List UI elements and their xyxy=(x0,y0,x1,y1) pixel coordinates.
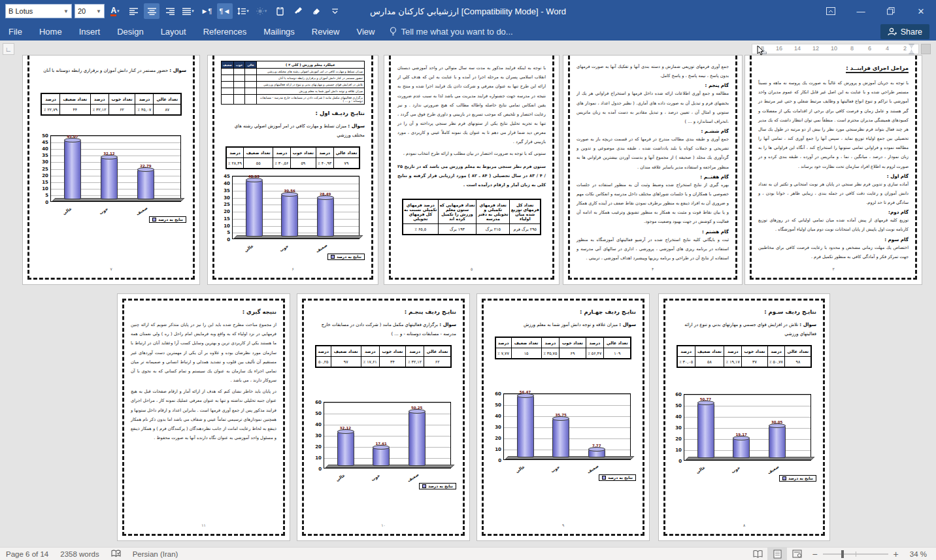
zoom-out-button[interactable]: − xyxy=(812,549,817,559)
shading-icon[interactable] xyxy=(254,3,269,19)
share-person-icon xyxy=(888,27,897,36)
document-page-3[interactable]: مراحل اجراي فراينــد : با توجه به جريان … xyxy=(745,56,922,284)
format-painter-icon[interactable] xyxy=(290,3,306,19)
close-button[interactable]: ✕ xyxy=(906,0,936,22)
document-page-7[interactable]: سوال : حضور مستمر در كنار دانش آموزان و … xyxy=(23,56,199,284)
font-color-button[interactable]: A xyxy=(107,3,123,19)
bar-chart: عاليخوبضعيف010203040506056,4735,757,77نت… xyxy=(489,393,636,491)
status-bar: Page 6 of 14 2358 words Persian (Iran) −… xyxy=(0,547,936,560)
web-layout-button[interactable] xyxy=(787,548,807,560)
checklist-table: عملكرد معلم ورزش ( كلي ۲ )عاليخوبضعيفميز… xyxy=(221,61,365,105)
align-left-icon[interactable] xyxy=(125,3,141,19)
qat-overflow-icon[interactable] xyxy=(327,3,343,19)
tab-stop-selector[interactable]: ∟ xyxy=(3,43,14,55)
word-count[interactable]: 2358 words xyxy=(54,550,105,558)
proofing-status-icon[interactable] xyxy=(105,550,127,558)
question-text: ميزان تسلط و مهارت كافي در امر آموزش اصو… xyxy=(235,124,365,138)
document-page-6[interactable]: عملكرد معلم ورزش ( كلي ۲ )عاليخوبضعيفميز… xyxy=(208,56,378,284)
page-number: ۶ xyxy=(214,267,371,271)
ruler-number: 10 xyxy=(831,45,837,52)
document-page-4[interactable]: جمع آوري فرمهاي توزيعي شمارش و دسته بندي… xyxy=(563,56,742,284)
restore-button[interactable] xyxy=(876,0,906,22)
tab-home[interactable]: Home xyxy=(31,24,71,40)
zoom-level[interactable]: 34 % xyxy=(904,550,936,558)
ribbon-display-options-button[interactable] xyxy=(816,0,846,22)
bold-paragraph: ستون فرم نظر سنجي مربوط به معلم ورزش مي … xyxy=(397,162,546,190)
question-text: تلاش در افزايش قواي جسمي و مهارتهاي بدني… xyxy=(684,322,816,337)
zoom-slider[interactable] xyxy=(823,553,888,555)
ruler-number: 12 xyxy=(812,45,819,52)
document-page-9[interactable]: نتايـج رديف چهـارم : سوال : ميزان علاقه … xyxy=(477,294,649,540)
page-number: ۵ xyxy=(391,267,552,271)
word-window: B Lotus▼ 20▼ A ►¶ ¶◄ ارزشيابي كاركنان مد… xyxy=(0,0,936,560)
question-label: سوال : xyxy=(439,321,456,327)
section-heading: نتايـج رديف سـوم : xyxy=(672,308,816,315)
tab-mailings[interactable]: Mailings xyxy=(255,24,303,40)
font-name-combobox[interactable]: B Lotus▼ xyxy=(5,4,72,18)
ruler-options-box[interactable] xyxy=(921,44,931,54)
page-number: ۸ xyxy=(665,523,823,527)
language-indicator[interactable]: Persian (Iran) xyxy=(127,550,184,558)
share-button[interactable]: Share xyxy=(880,24,929,39)
align-center-icon[interactable] xyxy=(144,3,159,19)
document-page-11[interactable]: نتيجه گيري : از مجموع مباحث مطرح شده باي… xyxy=(118,294,290,540)
body-text: از مجموع مباحث مطرح شده بايد اين را نيز … xyxy=(131,320,276,442)
bar-chart: عاليخوبضعيف010203040506050,7719,1730,05ن… xyxy=(669,394,816,492)
zoom-in-button[interactable]: + xyxy=(894,549,899,559)
tab-insert[interactable]: Insert xyxy=(71,24,109,40)
read-mode-button[interactable] xyxy=(748,548,767,560)
bar-chart: عاليخوبضعيف0510152025303540455045,0732,1… xyxy=(36,135,186,233)
section-heading: نتيجه گيري : xyxy=(131,308,276,315)
forms-summary-table: تعداد كل فرمهاي توزيع شده ميان اولياءتعد… xyxy=(397,199,546,235)
eraser-format-icon[interactable] xyxy=(309,3,324,19)
rtl-paragraph-icon[interactable]: ¶◄ xyxy=(217,3,233,19)
ruler-number: 16 xyxy=(776,45,782,52)
tab-review[interactable]: Review xyxy=(303,24,348,40)
question-label: سوال : xyxy=(619,321,636,327)
tab-layout[interactable]: Layout xyxy=(152,24,195,40)
page-number: ۴ xyxy=(570,267,735,271)
document-page-10[interactable]: نتايـج رديف پنجـم : سوال : برگزاري فعالي… xyxy=(297,294,469,540)
title-bar: B Lotus▼ 20▼ A ►¶ ¶◄ ارزشيابي كاركنان مد… xyxy=(0,0,936,22)
question-text: برگزاري فعاليتهاي مكمل مانند ( شركت دادن… xyxy=(322,322,456,337)
tab-file[interactable]: File xyxy=(0,24,31,40)
question-label: سوال : xyxy=(348,123,365,129)
share-label: Share xyxy=(901,27,922,37)
page-indicator[interactable]: Page 6 of 14 xyxy=(0,550,54,558)
right-indent-marker[interactable] xyxy=(909,50,914,54)
tell-me-box[interactable]: Tell me what you want to do... xyxy=(390,27,512,37)
ltr-paragraph-icon[interactable]: ►¶ xyxy=(199,3,214,19)
document-page-5[interactable]: با توجه به اينكه فرايند مذكور به مدت سه … xyxy=(384,56,559,284)
bar-chart: عاليخوبضعيف010203040506032,1217,6150,25ن… xyxy=(309,402,456,500)
line-spacing-icon[interactable] xyxy=(235,3,251,19)
tab-references[interactable]: References xyxy=(195,24,255,40)
first-line-indent-marker[interactable] xyxy=(909,44,914,48)
ruler-number: 14 xyxy=(794,45,801,52)
tab-design[interactable]: Design xyxy=(109,24,152,40)
ruler-number: 8 xyxy=(850,45,854,52)
ruler-number: 6 xyxy=(868,45,871,52)
font-name-value: B Lotus xyxy=(8,7,33,15)
question-label: سوال : xyxy=(799,321,816,327)
lightbulb-icon xyxy=(390,27,397,36)
zoom-slider-thumb[interactable] xyxy=(841,550,844,558)
ruler-number: 2 xyxy=(903,45,907,52)
body-text: جمع آوري فرمهاي توزيعي شمارش و دسته بندي… xyxy=(577,62,729,263)
horizontal-ruler[interactable]: 18 16 14 12 10 8 6 4 2 xyxy=(752,44,919,54)
results-table: تعداد عاليدرصدتعداد خوبدرصدتعداد ضعيفدرص… xyxy=(310,345,456,368)
chevron-down-icon: ▼ xyxy=(63,8,69,14)
paste-page-icon[interactable] xyxy=(272,3,288,19)
results-table: تعداد عاليدرصدتعداد خوبدرصدتعداد ضعيفدرص… xyxy=(490,337,636,359)
align-right-icon[interactable] xyxy=(162,3,178,19)
zoom-control: − + xyxy=(807,549,903,559)
section-heading: نتايـج رديف چهـارم : xyxy=(490,308,636,315)
justify-icon[interactable] xyxy=(180,3,196,19)
minimize-button[interactable]: — xyxy=(846,0,876,22)
ribbon-tab-row: File Home Insert Design Layout Reference… xyxy=(0,22,936,41)
tab-view[interactable]: View xyxy=(348,24,383,40)
body-text: با توجه به اينكه فرايند مذكور به مدت سه … xyxy=(397,63,546,158)
document-page-8[interactable]: نتايـج رديف سـوم : سوال : تلاش در افزايش… xyxy=(659,294,829,540)
font-size-combobox[interactable]: 20▼ xyxy=(75,4,105,18)
print-layout-button[interactable] xyxy=(767,548,787,560)
font-size-value: 20 xyxy=(78,7,86,15)
